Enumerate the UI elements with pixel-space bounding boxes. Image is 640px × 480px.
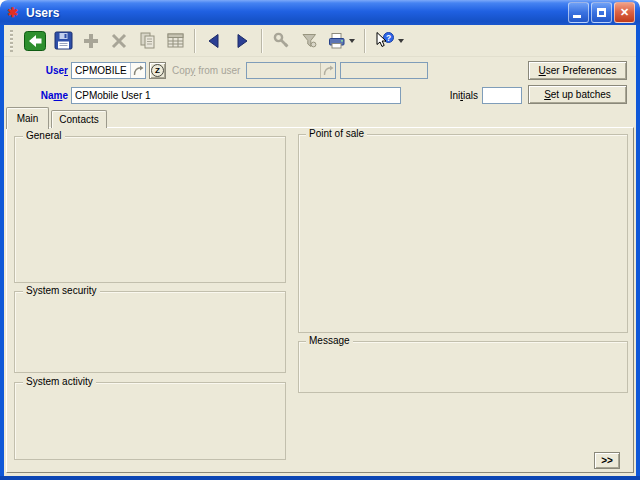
system-security-group-title: System security	[23, 285, 100, 296]
message-group	[298, 341, 628, 393]
name-field[interactable]: CPMobile User 1	[71, 87, 401, 104]
close-icon: ✕	[620, 7, 629, 18]
back-arrow-icon	[24, 31, 46, 51]
help-dropdown-arrow-icon[interactable]	[398, 39, 404, 43]
grid-view-button[interactable]	[161, 28, 189, 54]
print-button[interactable]	[323, 28, 359, 54]
minimize-icon	[573, 15, 581, 18]
system-activity-group	[14, 382, 286, 460]
next-button[interactable]	[228, 28, 256, 54]
user-value: CPMOBILE1	[75, 64, 127, 77]
general-group-title: General	[23, 130, 65, 141]
maximize-button[interactable]	[591, 2, 612, 23]
toolbar: ?	[4, 25, 636, 57]
zoom-z-icon: Z	[151, 64, 164, 77]
tab-contacts[interactable]: Contacts	[51, 110, 107, 128]
user-lookup-button[interactable]	[130, 63, 145, 78]
toolbar-separator	[364, 29, 365, 53]
system-activity-group-title: System activity	[23, 376, 96, 387]
close-button[interactable]: ✕	[614, 2, 635, 23]
filter-button[interactable]	[295, 28, 323, 54]
help-button[interactable]: ?	[370, 28, 408, 54]
copy-from-user-label: Copy from user	[172, 64, 240, 77]
tab-main[interactable]: Main	[6, 107, 49, 129]
copy-from-user-name-display	[340, 62, 428, 79]
expand-button[interactable]: >>	[594, 452, 620, 469]
minimize-button[interactable]	[568, 2, 589, 23]
toolbar-grip[interactable]	[10, 30, 13, 52]
user-label[interactable]: User	[8, 64, 68, 77]
copy-from-user-field	[246, 62, 336, 79]
copy-from-user-lookup-button	[320, 63, 335, 78]
save-button[interactable]	[49, 28, 77, 54]
floppy-disk-icon	[54, 31, 73, 50]
toolbar-separator	[261, 29, 262, 53]
help-cursor-icon: ?	[374, 31, 396, 50]
user-field[interactable]: CPMOBILE1	[71, 62, 146, 79]
message-group-title: Message	[306, 335, 353, 346]
initials-label: Initials	[420, 89, 478, 102]
previous-button[interactable]	[200, 28, 228, 54]
user-preferences-label: User Preferences	[539, 65, 617, 76]
point-of-sale-group	[298, 134, 628, 333]
set-up-batches-label: Set up batches	[544, 89, 611, 100]
print-dropdown-arrow-icon[interactable]	[349, 39, 355, 43]
grid-icon	[166, 31, 185, 50]
right-triangle-icon	[233, 32, 251, 50]
toolbar-separator	[194, 29, 195, 53]
system-security-group	[14, 291, 286, 373]
new-button[interactable]	[77, 28, 105, 54]
corner-arrow-icon	[322, 65, 334, 77]
user-preferences-button[interactable]: User Preferences	[528, 61, 627, 80]
titlebar: ✱ Users ✕	[0, 0, 640, 25]
maximize-icon	[597, 8, 606, 17]
app-icon: ✱	[5, 5, 21, 21]
point-of-sale-group-title: Point of sale	[306, 128, 367, 139]
lookup-button[interactable]	[267, 28, 295, 54]
copy-button[interactable]	[133, 28, 161, 54]
key-icon	[272, 31, 291, 50]
window-border-right	[636, 20, 640, 480]
back-button[interactable]	[21, 28, 49, 54]
plus-icon	[82, 32, 100, 50]
name-value: CPMobile User 1	[75, 89, 397, 102]
name-label[interactable]: Name	[8, 89, 68, 102]
copy-pages-icon	[138, 31, 157, 50]
left-triangle-icon	[205, 32, 223, 50]
general-group	[14, 136, 286, 283]
window-title: Users	[26, 6, 59, 20]
funnel-icon	[300, 31, 319, 50]
delete-button[interactable]	[105, 28, 133, 54]
users-window: ✱ Users ✕	[0, 0, 640, 480]
initials-field[interactable]	[482, 87, 522, 104]
x-icon	[110, 32, 128, 50]
set-up-batches-button[interactable]: Set up batches	[528, 85, 627, 104]
corner-arrow-icon	[132, 65, 144, 77]
expand-chevrons: >>	[601, 455, 613, 466]
window-border-bottom	[0, 476, 640, 480]
user-zoom-button[interactable]: Z	[149, 62, 166, 79]
printer-icon	[327, 31, 347, 50]
window-border-left	[0, 20, 4, 480]
